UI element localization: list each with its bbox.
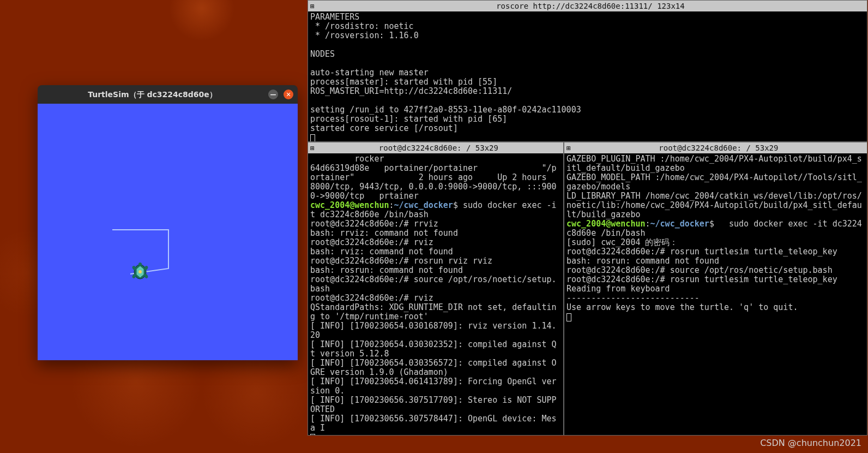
turtle-path — [38, 104, 298, 360]
terminal-multiplexer: ⊞ roscore http://dc3224c8d60e:11311/ 123… — [308, 0, 867, 436]
terminal-output[interactable]: rocker 64d66319d08e portainer/portainer … — [308, 153, 563, 435]
svg-point-6 — [138, 270, 142, 273]
pane-titlebar[interactable]: ⊞ root@dc3224c8d60e: / 53x29 — [308, 142, 563, 153]
terminal-pane-roscore[interactable]: ⊞ roscore http://dc3224c8d60e:11311/ 123… — [308, 0, 867, 142]
minimize-button[interactable]: — — [268, 90, 278, 99]
turtlesim-canvas — [38, 104, 298, 360]
turtlesim-window[interactable]: TurtleSim（于 dc3224c8d60e） — ✕ — [38, 85, 298, 360]
pane-titlebar[interactable]: ⊞ root@dc3224c8d60e: / 53x29 — [564, 142, 867, 153]
turtlesim-title: TurtleSim（于 dc3224c8d60e） — [42, 90, 263, 99]
terminal-pane-teleop[interactable]: ⊞ root@dc3224c8d60e: / 53x29 GAZEBO_PLUG… — [564, 142, 867, 436]
pane-title: roscore http://dc3224c8d60e:11311/ 123x1… — [316, 2, 865, 11]
terminal-output[interactable]: PARAMETERS * /rosdistro: noetic * /rosve… — [308, 11, 867, 141]
pane-title: root@dc3224c8d60e: / 53x29 — [316, 144, 561, 153]
watermark: CSDN @chunchun2021 — [760, 438, 861, 448]
terminal-pane-rviz[interactable]: ⊞ root@dc3224c8d60e: / 53x29 rocker 64d6… — [308, 142, 564, 436]
pane-title: root@dc3224c8d60e: / 53x29 — [572, 144, 865, 153]
close-button[interactable]: ✕ — [284, 90, 293, 99]
svg-point-1 — [138, 263, 142, 266]
pane-glyph-icon: ⊞ — [310, 2, 314, 11]
turtlesim-titlebar[interactable]: TurtleSim（于 dc3224c8d60e） — ✕ — [38, 85, 298, 104]
terminal-output[interactable]: GAZEBO_PLUGIN_PATH :/home/cwc_2004/PX4-A… — [564, 153, 867, 435]
pane-titlebar[interactable]: ⊞ roscore http://dc3224c8d60e:11311/ 123… — [308, 1, 867, 11]
pane-glyph-icon: ⊞ — [310, 144, 314, 153]
turtle-icon — [129, 261, 151, 283]
pane-glyph-icon: ⊞ — [566, 144, 570, 153]
